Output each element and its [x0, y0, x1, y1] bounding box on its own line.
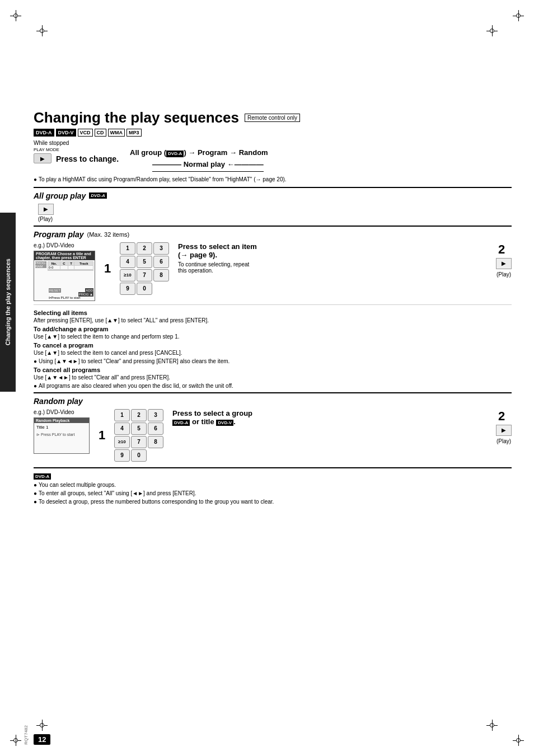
sidebar-label: Changing the play sequences — [0, 213, 16, 392]
numpad-btn-4[interactable]: 4 — [120, 256, 135, 268]
rand-numpad-btn-4[interactable]: 4 — [114, 422, 130, 435]
all-group-header: All group play DVD-A — [34, 191, 512, 200]
divider-4 — [34, 392, 512, 393]
divider-1 — [34, 187, 512, 188]
numpad-btn-ge10[interactable]: ≥10 — [120, 269, 135, 281]
rand-numpad-btn-9[interactable]: 9 — [114, 449, 130, 462]
normal-play-line: ———— Normal play ←———— — [130, 159, 268, 172]
cancel-program-heading: To cancel a program — [34, 342, 512, 349]
random-dvdv-badge: DVD-V — [216, 420, 233, 426]
numpad-btn-1[interactable]: 1 — [120, 242, 135, 255]
badge-cd: CD — [95, 129, 106, 137]
program-play-caption: (Play) — [496, 271, 511, 278]
play-mode-section: PLAY MODE ▶ Press to change. All group (… — [34, 147, 512, 172]
program-screen-footer: ⊳Press PLAY to start — [34, 295, 95, 299]
main-content: Changing the play sequences Remote contr… — [34, 109, 512, 722]
all-group-play-caption: (Play) — [38, 216, 512, 222]
program-eg-area: e.g.) DVD-Video PROGRAM Choose a title a… — [34, 242, 95, 301]
dvda-note-3: To deselect a group, press the numbered … — [34, 499, 512, 505]
rand-numpad-btn-5[interactable]: 5 — [131, 422, 147, 435]
numpad-btn-0[interactable]: 0 — [137, 283, 152, 295]
cancel-program-note: Using [▲▼◄►] to select "Clear" and press… — [34, 358, 512, 364]
cancel-program-text: Use [▲▼] to select the item to cancel an… — [34, 350, 512, 356]
random-play-button: ▶ — [496, 425, 512, 436]
reset-btn: RESET — [49, 288, 61, 293]
badge-vcd: VCD — [78, 129, 93, 137]
rand-numpad-btn-0[interactable]: 0 — [131, 449, 147, 462]
program-play-header: Program play (Max. 32 items) — [34, 230, 512, 239]
random-dvda-badge: DVD-A — [172, 420, 190, 426]
all-group-play-icon-area: ▶ (Play) — [38, 204, 512, 222]
numpad-btn-2[interactable]: 2 — [137, 242, 152, 255]
page-title: Changing the play sequences Remote contr… — [34, 109, 512, 126]
numpad-btn-8[interactable]: 8 — [153, 269, 169, 281]
dvda-badge-row: DVD-A — [34, 472, 512, 480]
higmat-note: To play a HighMAT disc using Program/Ran… — [34, 176, 512, 182]
while-stopped-label: While stopped — [34, 140, 512, 146]
program-step2-num: 2 — [498, 242, 509, 257]
random-step1-num: 1 — [99, 428, 110, 443]
outer-corner-mark-tl — [10, 10, 21, 21]
dvda-note-badge: DVD-A — [34, 473, 51, 480]
rqt-code: RQT7482 — [24, 725, 29, 745]
divider-2 — [34, 226, 512, 227]
badge-wma: WMA — [108, 129, 125, 137]
random-step2-area: 2 ▶ (Play) — [496, 409, 512, 444]
all-group-play-button: ▶ — [38, 204, 54, 215]
rand-numpad-btn-1[interactable]: 1 — [114, 409, 130, 421]
rand-numpad-btn-6[interactable]: 6 — [148, 422, 163, 435]
random-eg-area: e.g.) DVD-Video Random Playback Title 1 … — [34, 409, 90, 454]
numpad-btn-3[interactable]: 3 — [153, 242, 169, 255]
numpad-btn-7[interactable]: 7 — [137, 269, 152, 281]
play-mode-right: All group (DVD-A) → Program → Random ———… — [130, 147, 268, 172]
badge-dvdv: DVD-V — [56, 129, 76, 137]
random-eg-label: e.g.) DVD-Video — [34, 409, 90, 415]
format-badges: DVD-A DVD-V VCD CD WMA MP3 — [34, 129, 512, 137]
instructions-section: Selecting all items After pressing [ENTE… — [34, 309, 512, 389]
numpad-btn-6[interactable]: 6 — [153, 256, 169, 268]
random-play-header: Random play — [34, 397, 512, 406]
all-group-badge: DVD-A — [89, 192, 106, 199]
random-play-caption: (Play) — [496, 438, 511, 444]
random-play-row: e.g.) DVD-Video Random Playback Title 1 … — [34, 409, 512, 462]
rand-numpad-btn-3[interactable]: 3 — [148, 409, 163, 421]
corner-mark-tr — [486, 25, 498, 36]
remote-only-badge: Remote control only — [245, 114, 300, 122]
badge-mp3: MP3 — [127, 129, 142, 137]
rand-numpad-btn-ge10[interactable]: ≥10 — [114, 436, 130, 448]
rand-numpad-btn-2[interactable]: 2 — [131, 409, 147, 421]
badge-dvda: DVD-A — [34, 129, 54, 137]
program-continue-text: To continue selecting, repeat this opera… — [178, 261, 251, 274]
program-step2-area: 2 ▶ (Play) — [496, 242, 512, 278]
random-step1-area: 1 1 2 3 4 5 6 ≥10 7 8 9 0 — [99, 409, 163, 462]
add-change-heading: To add/change a program — [34, 326, 512, 332]
random-screen-line1: Title 1 — [34, 423, 89, 431]
program-press-instruction: Press to select an item (→ page 9). — [178, 242, 268, 259]
random-screen: Random Playback Title 1 ⊳ Press PLAY to … — [34, 417, 90, 454]
rand-numpad-btn-8[interactable]: 8 — [148, 436, 163, 448]
outer-corner-mark-br — [513, 735, 524, 746]
numpad-btn-9[interactable]: 9 — [120, 283, 135, 295]
random-numpad: 1 2 3 4 5 6 ≥10 7 8 9 0 — [114, 409, 163, 462]
outer-corner-mark-tr — [513, 10, 524, 21]
outer-corner-mark-bl — [10, 735, 21, 746]
dvda-note-2: To enter all groups, select "All" using … — [34, 490, 512, 496]
program-max-items: (Max. 32 items) — [87, 231, 129, 238]
random-press-instruction-area: Press to select a group DVD-A or title D… — [172, 409, 487, 426]
numpad-btn-5[interactable]: 5 — [137, 256, 152, 268]
cancel-all-note: All programs are also cleared when you o… — [34, 383, 512, 389]
corner-mark-tl — [36, 25, 48, 36]
program-step1-area: 1 1 2 3 4 5 6 ≥10 7 8 9 0 — [104, 242, 169, 295]
rand-numpad-btn-7[interactable]: 7 — [131, 436, 147, 448]
cancel-all-heading: To cancel all programs — [34, 367, 512, 373]
program-play-button: ▶ — [496, 258, 512, 269]
play-button-icon: ▶ — [34, 153, 51, 163]
program-logo: PROG-RAM — [35, 261, 46, 268]
program-step1-num: 1 — [104, 261, 115, 276]
program-table: No.CTTrack 0-0 — [48, 261, 93, 271]
divider-3 — [34, 304, 512, 305]
random-screen-header: Random Playback — [34, 418, 89, 423]
random-step2-num: 2 — [498, 409, 509, 424]
program-press-instruction-area: Press to select an item (→ page 9). To c… — [178, 242, 487, 274]
program-screen: PROGRAM Choose a title and chapter, then… — [34, 251, 95, 301]
